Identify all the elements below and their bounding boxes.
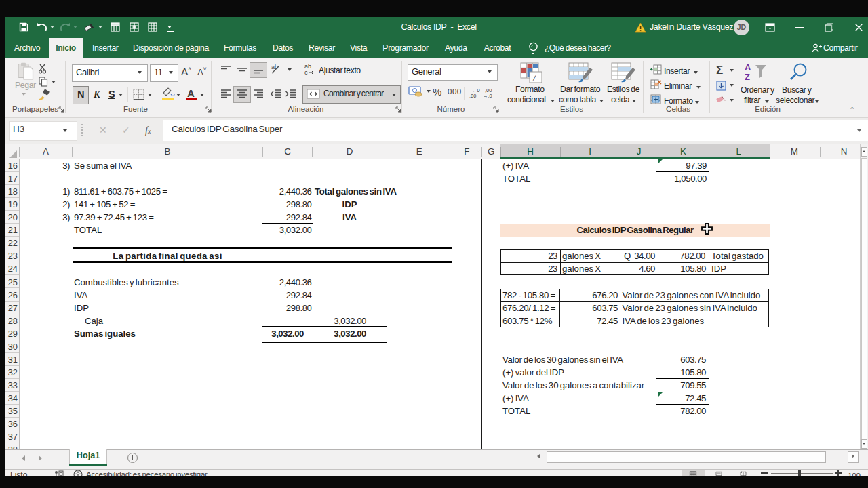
- svg-text:→,0: →,0: [483, 93, 492, 99]
- svg-text:c: c: [304, 69, 308, 75]
- svg-text:ab: ab: [271, 64, 278, 70]
- svg-text:≠: ≠: [532, 73, 537, 83]
- svg-text:,00: ,00: [469, 93, 476, 99]
